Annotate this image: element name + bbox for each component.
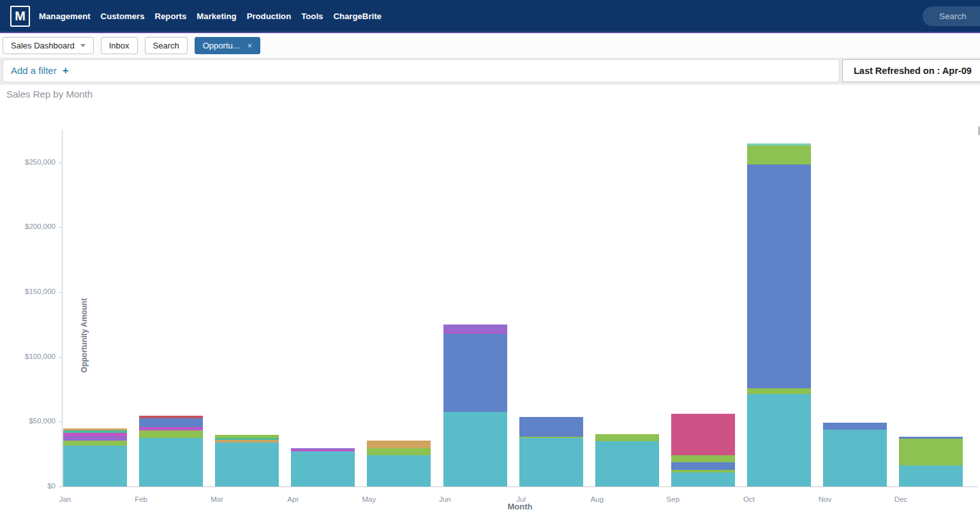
tab-opportunities-active[interactable]: Opportu... ×	[195, 37, 260, 54]
bar-segment-feb-orange[interactable]	[139, 430, 203, 432]
y-tick-mark	[59, 227, 63, 228]
y-tick-label: $150,000	[1, 288, 56, 295]
bar-segment-feb-purple[interactable]	[139, 429, 203, 430]
y-tick-label: $100,000	[1, 353, 56, 360]
bar-segment-sep-green[interactable]	[671, 455, 735, 462]
y-axis-label: Opportunity Amount	[80, 291, 89, 380]
bar-segment-aug-green[interactable]	[595, 434, 659, 441]
bar-segment-feb-green[interactable]	[139, 431, 203, 438]
x-tick-label-aug: Aug	[590, 495, 603, 503]
y-tick-label: $0	[1, 482, 56, 490]
bar-segment-feb-teal[interactable]	[139, 438, 203, 486]
bar-segment-apr-teal[interactable]	[291, 451, 355, 486]
menu-item-management[interactable]: Management	[39, 8, 91, 25]
bar-segment-may-teal[interactable]	[367, 455, 431, 486]
bar-segment-jan-green[interactable]	[63, 441, 127, 446]
tab-inbox[interactable]: Inbox	[101, 37, 138, 54]
bar-segment-nov-teal[interactable]	[823, 430, 887, 486]
bar-segment-mar-green[interactable]	[215, 435, 279, 438]
bar-segment-oct-green[interactable]	[747, 145, 811, 164]
tab-bar: Sales Dashboard Inbox Search Opportu... …	[0, 34, 980, 57]
bar-segment-may-tan[interactable]	[367, 441, 431, 448]
menu-item-chargebrite[interactable]: ChargeBrite	[333, 8, 381, 25]
bar-segment-sep-teal[interactable]	[671, 472, 735, 486]
x-tick-label-feb: Feb	[135, 495, 147, 503]
x-tick-label-apr: Apr	[287, 495, 299, 503]
add-filter-button[interactable]: Add a filter +	[11, 65, 68, 77]
app-logo[interactable]: M	[10, 6, 30, 27]
y-tick-mark	[59, 292, 63, 293]
bar-segment-jul-teal[interactable]	[519, 438, 583, 486]
menu-item-customers[interactable]: Customers	[101, 8, 145, 25]
menu-item-marketing[interactable]: Marketing	[197, 8, 236, 25]
x-tick-label-oct: Oct	[743, 495, 755, 503]
bar-segment-feb-blue[interactable]	[139, 418, 203, 427]
y-tick-mark	[59, 486, 63, 487]
y-tick-label: $200,000	[1, 223, 56, 230]
last-refreshed-box: Last Refreshed on : Apr-09	[842, 59, 980, 82]
x-axis-label: Month	[491, 502, 549, 511]
plus-icon: +	[63, 65, 68, 76]
menu-item-production[interactable]: Production	[247, 8, 292, 25]
tab-search[interactable]: Search	[145, 37, 188, 54]
bar-segment-jun-teal[interactable]	[443, 412, 507, 486]
filter-strip: Add a filter + Last Refreshed on : Apr-0…	[0, 57, 980, 85]
tab-search-label: Search	[153, 41, 179, 50]
bar-segment-jan-magenta[interactable]	[63, 433, 127, 436]
bar-segment-feb-magenta[interactable]	[139, 427, 203, 429]
bar-segment-jun-magenta[interactable]	[443, 332, 507, 333]
y-tick-mark	[59, 163, 63, 163]
bar-segment-jan-purple[interactable]	[63, 436, 127, 441]
menu-item-tools[interactable]: Tools	[301, 8, 323, 25]
bar-segment-jul-blue[interactable]	[519, 417, 583, 437]
search-input[interactable]	[923, 6, 980, 26]
bar-segment-mar-seagreen[interactable]	[215, 438, 279, 440]
bar-segment-jun-blue[interactable]	[443, 333, 507, 412]
bar-segment-may-green[interactable]	[367, 448, 431, 455]
bar-segment-nov-blue[interactable]	[823, 423, 887, 430]
tab-opportunities-label: Opportu...	[203, 41, 240, 50]
top-navbar: M Management Customers Reports Marketing…	[0, 0, 980, 33]
chevron-down-icon	[80, 44, 85, 47]
bar-segment-sep-rose[interactable]	[671, 414, 735, 455]
main-menu: Management Customers Reports Marketing P…	[39, 8, 382, 25]
last-refreshed-text: Last Refreshed on : Apr-09	[854, 66, 972, 76]
bar-segment-jan-tan[interactable]	[63, 428, 127, 430]
bar-segment-dec-green[interactable]	[899, 439, 963, 465]
bar-segment-apr-magenta[interactable]	[291, 450, 355, 451]
bar-segment-oct-teal[interactable]	[747, 394, 811, 486]
bar-segment-jan-teal[interactable]	[63, 446, 127, 486]
bar-segment-jun-purple[interactable]	[443, 325, 507, 332]
x-tick-label-sep: Sep	[667, 495, 679, 503]
logo-letter: M	[15, 9, 26, 24]
filter-panel: Add a filter +	[3, 59, 840, 82]
tab-sales-dashboard[interactable]: Sales Dashboard	[3, 37, 94, 54]
bar-segment-mar-teal[interactable]	[215, 442, 279, 486]
chart-canvas: Opportunity Amount $0$50,000$100,000$150…	[0, 105, 980, 526]
y-tick-label: $50,000	[1, 417, 56, 425]
bar-segment-sep-green[interactable]	[671, 470, 735, 472]
close-icon[interactable]: ×	[248, 41, 253, 50]
chart-title: Sales Rep by Month	[6, 89, 93, 99]
menu-item-reports[interactable]: Reports	[155, 8, 187, 25]
bar-segment-feb-red[interactable]	[139, 416, 203, 418]
x-tick-label-may: May	[362, 495, 376, 503]
bar-segment-mar-tan[interactable]	[215, 440, 279, 442]
tab-sales-dashboard-label: Sales Dashboard	[11, 41, 75, 50]
x-tick-label-nov: Nov	[819, 495, 831, 503]
x-tick-label-jun: Jun	[439, 495, 451, 503]
add-filter-label: Add a filter	[11, 65, 57, 76]
bar-segment-oct-blue[interactable]	[747, 164, 811, 388]
bar-segment-dec-teal[interactable]	[899, 465, 963, 486]
bar-segment-oct-green[interactable]	[747, 388, 811, 394]
bar-segment-dec-blue[interactable]	[899, 437, 963, 439]
bar-segment-apr-purple[interactable]	[291, 448, 355, 450]
y-tick-mark	[59, 357, 63, 358]
bar-segment-aug-teal[interactable]	[595, 441, 659, 486]
bar-segment-jan-seagreen[interactable]	[63, 430, 127, 433]
bar-segment-sep-blue[interactable]	[671, 462, 735, 470]
bar-segment-oct-mint[interactable]	[747, 143, 811, 145]
y-tick-label: $250,000	[1, 158, 56, 166]
bar-segment-jul-green[interactable]	[519, 437, 583, 438]
plot-area: Opportunity Amount $0$50,000$100,000$150…	[62, 129, 977, 487]
